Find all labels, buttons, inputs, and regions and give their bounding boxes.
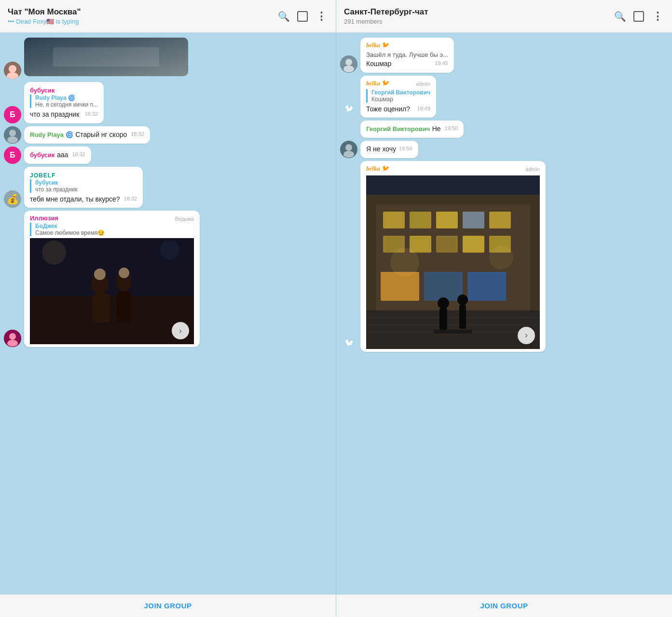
sender-belka-3: belka 🐿 [366,165,388,173]
scroll-down-btn-right[interactable]: › [518,327,535,344]
bubble-time-belka-1: 19:45 [435,60,448,66]
messages-area-moscow: Б бубусик Rudy Playa 🌀 Не, я сегодня иич… [0,33,336,594]
grid-icon[interactable] [297,11,308,22]
avatar-squirrel-2: 🐿 [340,100,357,118]
msg-row-illyuziya: Иллюзия Ведьма БоДжек Самое любимое врем… [4,211,332,347]
svg-point-7 [7,136,18,143]
sender-georgiy-1: Георгий Викторович [366,125,430,133]
svg-rect-38 [436,236,458,253]
svg-point-53 [390,248,419,277]
msg-row-rudy: Rudy Playa 🌀 Старый нг скоро 18:32 [4,126,332,144]
avatar-rudy [4,126,21,144]
bubble-text-bubusik-2: ааа [57,151,68,159]
above-text-spb: Зашёл я туда. Лучше бы э... [366,51,448,58]
msg-row-georgiy-1: Георгий Викторович Не 19:50 [340,121,668,138]
spb-street-image: › [366,175,540,349]
grid-icon-spb[interactable] [633,11,644,22]
panel-title-moscow: Чат "Моя Москва" [8,7,81,17]
svg-rect-41 [381,272,419,301]
svg-rect-35 [489,212,511,228]
bubble-illyuziya: Иллюзия Ведьма БоДжек Самое любимое врем… [24,211,200,347]
bubble-time-jobelf: 18:32 [124,196,137,201]
movie-image: › [30,238,194,344]
reply-bar-jobelf: бубусик что за праздник [30,179,137,193]
reply-text-jobelf: что за праздник [35,186,137,193]
svg-point-6 [9,130,16,136]
header-left-moscow: Чат "Моя Москва" ••• Dead Foxy🇺🇸 is typi… [8,7,81,25]
bubble-belka-2: belka 🐿 admin Георгий Викторович Кошмар … [360,76,436,118]
bubble-belka-1: belka 🐿 Зашёл я туда. Лучше бы э... Кошм… [360,38,454,73]
bubble-time-bubusik-2: 18:32 [72,151,85,157]
panel-header-spb: Санкт-Петербург-чат 291 members 🔍 ⋮ [336,0,672,33]
reply-text-illyuziya: Самое любимое время😏 [35,229,194,236]
panel-subtitle-moscow: ••• Dead Foxy🇺🇸 is typing [8,18,81,25]
panel-title-spb: Санкт-Петербург-чат [344,7,428,17]
svg-rect-37 [410,236,431,253]
svg-rect-31 [383,212,405,228]
msg-row-belka-3: 🐿 belka 🐿 admin [340,161,668,352]
reply-bar-belka-2: Георгий Викторович Кошмар [366,89,430,103]
sender-illyuziya: Иллюзия [30,215,58,222]
panel-footer-spb: JOIN GROUP [336,594,672,617]
svg-point-50 [457,295,468,305]
svg-rect-51 [459,305,466,329]
bubble-text-rudy: Старый нг скоро [75,131,127,138]
bubble-bubusik-1: бубусик Rudy Playa 🌀 Не, я сегодня иички… [24,82,104,123]
sender-jobelf: JOBELF [30,172,55,179]
bubble-time-ya-ne-hochu: 19:50 [399,146,412,151]
bubble-text-jobelf: тебя мне отдали, ты вкурсе? [30,195,120,203]
bubble-time-georgiy-1: 19:50 [445,125,458,131]
svg-rect-33 [436,212,458,228]
sender-belka-2: belka 🐿 [366,80,388,87]
scroll-down-btn-left[interactable]: › [172,322,189,339]
msg-row-image-strip [4,38,332,79]
sender-bubusik-1: бубусик [30,87,55,94]
search-icon[interactable]: 🔍 [277,10,290,23]
messages-area-spb: belka 🐿 Зашёл я туда. Лучше бы э... Кошм… [336,33,672,594]
svg-rect-4 [53,47,159,67]
role-illyuziya: Ведьма [175,216,194,222]
msg-row-jobelf: 💰 JOBELF бубусик что за праздник тебя мн… [4,167,332,208]
svg-point-10 [7,340,18,347]
avatar-face [4,62,21,79]
sender-rudy: Rudy Playa 🌀 [30,131,73,138]
bubble-time-bubusik-1: 18:32 [84,111,98,117]
avatar-jobelf: 💰 [4,190,21,208]
bubble-time-rudy: 18:32 [131,131,144,137]
avatar-illyuziya [4,330,21,347]
svg-point-9 [9,333,16,340]
avatar-man-2 [340,141,357,158]
reply-bar-bubusik-1: Rudy Playa 🌀 Не, я сегодня иички п... [30,94,98,108]
top-image [24,38,188,76]
bubble-belka-3: belka 🐿 admin [360,161,546,352]
sender-belka-1: belka 🐿 [366,41,388,49]
role-belka-3: admin [525,166,540,172]
join-group-button-spb[interactable]: JOIN GROUP [480,602,528,610]
svg-point-48 [438,297,449,309]
sender-bubusik-2: бубусик [30,151,55,159]
bubble-jobelf: JOBELF бубусик что за праздник тебя мне … [24,167,143,208]
header-actions-spb: 🔍 ⋮ [613,10,664,23]
more-icon[interactable]: ⋮ [315,10,328,23]
more-icon-spb[interactable]: ⋮ [651,10,664,23]
reply-name-bubusik-1: Rudy Playa 🌀 [35,94,98,101]
avatar-bubusik-1: Б [4,106,21,123]
reply-name-jobelf: бубусик [35,179,137,186]
svg-rect-39 [463,236,484,253]
panel-header-moscow: Чат "Моя Москва" ••• Dead Foxy🇺🇸 is typi… [0,0,336,33]
avatar-bubusik-2: Б [4,147,21,164]
search-icon-spb[interactable]: 🔍 [613,10,627,23]
svg-rect-21 [30,238,194,344]
svg-point-54 [489,245,513,269]
bubble-text-bubusik-1: что за праздник [30,110,79,118]
svg-point-1 [9,65,16,73]
join-group-button-moscow[interactable]: JOIN GROUP [144,602,192,610]
reply-name-belka-2: Георгий Викторович [371,89,430,96]
bubble-text-belka-1: Кошмар [366,60,391,67]
svg-rect-42 [424,272,463,301]
reply-bar-illyuziya: БоДжек Самое любимое время😏 [30,223,194,236]
msg-row-ya-ne-hochu: Я не хочу 19:50 [340,141,668,158]
msg-row-belka-1: belka 🐿 Зашёл я туда. Лучше бы э... Кошм… [340,38,668,73]
msg-row-belka-2: 🐿 belka 🐿 admin Георгий Викторович Кошма… [340,76,668,118]
svg-rect-49 [439,308,447,330]
